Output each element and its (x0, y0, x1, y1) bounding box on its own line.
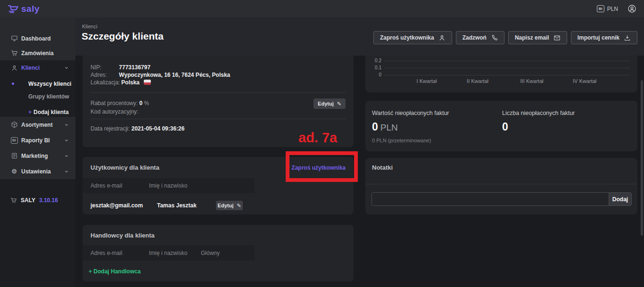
sidebar-item-label: Klienci (21, 65, 40, 71)
sidebar-subitem-label: Grupy klientów (28, 93, 69, 100)
x-axis-label: IV Kwartał (573, 78, 596, 84)
discount-label: Rabat procentowy: (91, 100, 138, 107)
auth-code-row: Kod autoryzacyjny: (91, 107, 149, 116)
sidebar-item-raporty-bi[interactable]: Bi Raporty BI (0, 132, 75, 148)
discount-block: Rabat procentowy: 0 % Kod autoryzacyjny: (91, 99, 149, 116)
document-icon (10, 152, 18, 159)
vertical-scrollbar[interactable] (641, 80, 643, 236)
sidebar-item-dashboard[interactable]: Dashboard (0, 31, 75, 46)
write-email-button[interactable]: Napisz email (508, 31, 567, 44)
user-name-cell: Tamas Jesztak (157, 202, 216, 209)
note-input[interactable] (372, 193, 609, 205)
location-value: Polska (121, 79, 140, 86)
chevron-down-icon (64, 138, 69, 143)
client-sales-reps-card: Handlowcy dla klienta Adres e-mail Imię … (83, 225, 354, 281)
sales-reps-table-header: Adres e-mail Imię i nazwisko Główny (83, 245, 255, 261)
download-icon (624, 34, 631, 41)
unpaid-count: 0 (502, 121, 508, 133)
card-title: Handlowcy dla klienta (91, 232, 155, 239)
plus-icon: + (28, 109, 32, 115)
topbar: saly Bi PLN (0, 0, 644, 17)
nip-value: 7773136797 (119, 64, 150, 71)
page-header: Klienci Szczegóły klienta Zaproś użytkow… (75, 17, 644, 56)
envelope-icon (553, 34, 561, 41)
topbar-right: Bi PLN (597, 4, 636, 13)
sidebar-section-secondary: Asortyment Bi Raporty BI Marketing (0, 117, 75, 179)
divider (365, 184, 637, 184)
chevron-down-icon (64, 123, 69, 127)
y-axis-tick: 0.2 (365, 58, 381, 63)
sidebar-subitem-label: Dodaj klienta (33, 109, 69, 115)
divider (91, 119, 346, 119)
pencil-icon: ✎ (337, 101, 341, 107)
column-header: Adres e-mail (83, 250, 149, 256)
sidebar-footer: SALY 3.10.16 (0, 196, 75, 205)
sidebar-section-main: Dashboard Zamówienia (0, 17, 75, 60)
poland-flag-icon (144, 80, 151, 85)
add-note-button[interactable]: Dodaj (609, 193, 631, 205)
registration-row: Data rejestracji: 2021-05-04 09:36:26 (91, 125, 184, 132)
currency-suffix: PLN (380, 123, 398, 132)
discount-row: Rabat procentowy: 0 % (91, 99, 149, 107)
pencil-icon: ✎ (237, 203, 241, 209)
auth-code-label: Kod autoryzacyjny: (91, 108, 138, 115)
card-title: Notatki (372, 164, 393, 171)
sidebar-item-wszyscy-klienci[interactable]: Wszyscy klienci (0, 77, 75, 90)
account-icon[interactable] (627, 4, 636, 13)
annotation-label: ad. 7a (298, 130, 337, 146)
column-header: Adres e-mail (83, 182, 149, 189)
user-email-cell: jesztak@gmail.com (91, 202, 157, 209)
chevron-down-icon (64, 169, 69, 174)
x-axis-label: II Kwartał (467, 78, 488, 84)
bi-reports-icon: Bi (10, 137, 18, 144)
edit-user-button[interactable]: Edytuj ✎ (216, 201, 243, 210)
invite-user-button[interactable]: Zaproś użytkownika (373, 31, 452, 44)
edit-details-button[interactable]: Edytuj ✎ (314, 98, 346, 109)
sidebar-item-zamowienia[interactable]: Zamówienia (0, 46, 75, 60)
sidebar-item-asortyment[interactable]: Asortyment (0, 117, 75, 132)
sidebar-item-ustawienia[interactable]: ⚙ Ustawienia (0, 164, 75, 179)
currency-selector[interactable]: Bi PLN (597, 5, 618, 12)
address-value: Wypoczynkowa, 16 16, 7624 Pécs, Polska (119, 72, 230, 78)
sidebar-item-label: Raporty BI (21, 137, 50, 144)
location-row: Lokalizacja: Polska (91, 79, 230, 86)
app-root: saly Bi PLN Dashboard (0, 0, 644, 287)
registration-value: 2021-05-04 09:36:26 (132, 125, 185, 132)
sidebar-item-grupy-klientow[interactable]: Grupy klientów (0, 90, 75, 103)
breadcrumb: Klienci (82, 24, 97, 29)
button-label: Importuj cennik (578, 34, 619, 41)
unpaid-count-title: Liczba nieopłaconych faktur (502, 110, 575, 116)
add-sales-rep-link[interactable]: + Dodaj Handlowca (89, 268, 140, 275)
sidebar-item-label: Ustawienia (21, 168, 51, 175)
sidebar-item-klienci[interactable]: Klienci (0, 60, 75, 75)
notes-card: Notatki Dodaj (365, 158, 637, 214)
quarterly-chart-card: 0.2 0.1 0 I Kwartał II Kwartał III Kwart… (365, 56, 637, 92)
sidebar-item-dodaj-klienta[interactable]: + Dodaj klienta (0, 106, 75, 118)
button-label: Zaproś użytkownika (380, 34, 434, 41)
address-label: Adres: (91, 71, 117, 79)
package-icon (10, 121, 18, 128)
overdue-value: 0 PLN (przeterminowane) (372, 138, 449, 143)
gridline (384, 75, 630, 75)
button-label: Edytuj (218, 203, 234, 208)
logo-text: saly (21, 4, 40, 14)
chevron-down-icon (64, 154, 69, 158)
import-pricelist-button[interactable]: Importuj cennik (571, 31, 637, 44)
app-version-link[interactable]: 3.10.16 (39, 197, 58, 204)
x-axis-label: I Kwartał (417, 78, 437, 84)
cart-icon (10, 197, 17, 204)
card-title: Użytkownicy dla klienta (91, 164, 159, 171)
table-row: jesztak@gmail.com Tamas Jesztak Edytuj ✎ (91, 201, 345, 210)
call-button[interactable]: Zadzwoń (456, 31, 504, 44)
y-axis-tick: 0.1 (365, 65, 381, 70)
unpaid-value-title: Wartość nieopłaconych faktur (372, 110, 449, 116)
button-label: Zadzwoń (462, 34, 487, 41)
client-identity-block: NIP: 7773136797 Adres: Wypoczynkowa, 16 … (91, 64, 230, 86)
button-label: Napisz email (515, 34, 549, 41)
sidebar-item-marketing[interactable]: Marketing (0, 148, 75, 164)
app-logo[interactable]: saly (8, 4, 40, 14)
annotation-highlight-box (286, 151, 358, 182)
gear-icon: ⚙ (10, 168, 18, 175)
column-header: Główny (201, 250, 220, 256)
discount-value: 0 (139, 100, 142, 107)
